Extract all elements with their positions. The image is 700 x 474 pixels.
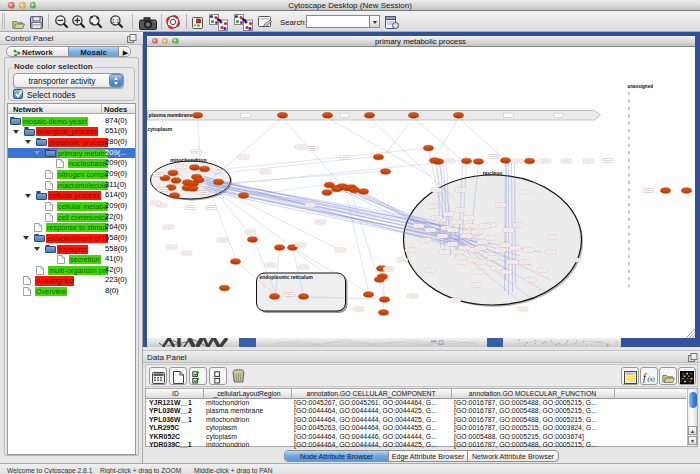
svg-text:plasma membrane: plasma membrane bbox=[148, 112, 192, 118]
svg-text:1:1: 1:1 bbox=[112, 18, 120, 24]
svg-text:(x): (x) bbox=[648, 375, 655, 383]
svg-text:endoplasmic reticulum: endoplasmic reticulum bbox=[259, 275, 313, 280]
svg-text:nucleus: nucleus bbox=[482, 170, 502, 176]
svg-text:f: f bbox=[643, 372, 647, 383]
svg-text:mitochondrion: mitochondrion bbox=[170, 157, 206, 163]
svg-text:unassigned: unassigned bbox=[627, 84, 653, 89]
svg-text:cytoplasm: cytoplasm bbox=[147, 126, 172, 132]
